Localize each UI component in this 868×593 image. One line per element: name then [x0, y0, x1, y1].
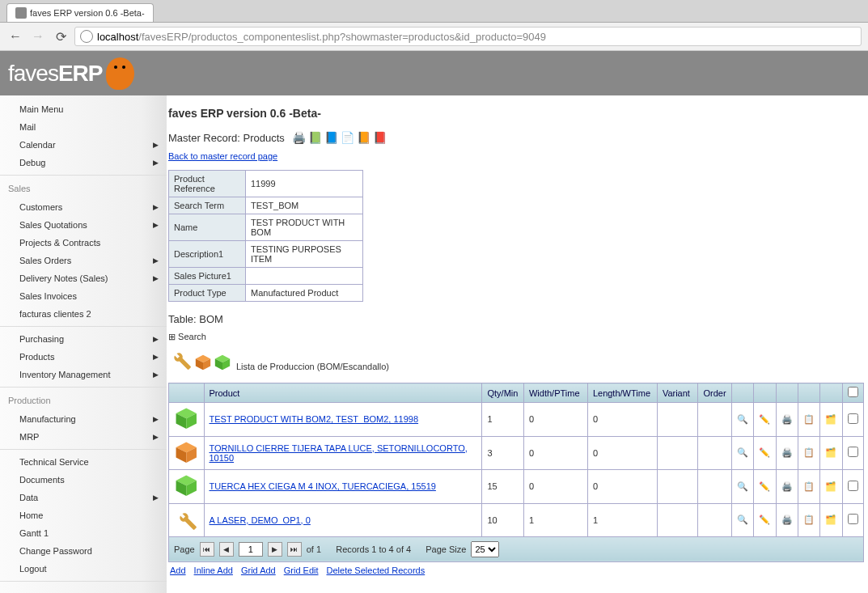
wrench-icon	[168, 347, 193, 371]
bom-header[interactable]	[169, 383, 205, 403]
menu-item-calendar[interactable]: Calendar▶	[0, 136, 167, 154]
reload-button[interactable]: ⟳	[52, 28, 70, 45]
menu-item-purchasing[interactable]: Purchasing▶	[0, 330, 167, 348]
menu-item-facturas-clientes-2[interactable]: facturas clientes 2	[0, 305, 167, 323]
view-icon[interactable]: 🔍	[737, 481, 748, 491]
product-link[interactable]: TEST PRODUCT WITH BOM2, TEST_BOM2, 11998	[210, 414, 419, 424]
wrench-icon	[174, 523, 198, 533]
menu-item-data[interactable]: Data▶	[0, 489, 167, 506]
bom-header[interactable]: Variant	[657, 383, 698, 403]
row-checkbox[interactable]	[848, 413, 858, 424]
menu-item-customers[interactable]: Customers▶	[0, 198, 167, 216]
page-size-select[interactable]: 25	[471, 541, 499, 557]
menu-item-technical-service[interactable]: Technical Service	[0, 453, 167, 471]
copy-icon[interactable]: 📋	[803, 515, 815, 524]
grid-add-link[interactable]: Grid Add	[241, 565, 276, 575]
view-icon[interactable]: 🔍	[737, 447, 748, 457]
xml-icon[interactable]: 📙	[356, 129, 372, 146]
main-content: faves ERP version 0.6 -Beta- Master Reco…	[167, 51, 868, 593]
master-record-label: Master Record: Products	[168, 132, 285, 144]
edit-icon[interactable]: ✏️	[759, 414, 770, 424]
menu-group-sales: Sales	[0, 179, 167, 198]
menu-item-sales-invoices[interactable]: Sales Invoices	[0, 287, 167, 305]
browser-tab[interactable]: faves ERP version 0.6 -Beta-	[6, 3, 154, 22]
menu-item-sales-quotations[interactable]: Sales Quotations▶	[0, 216, 167, 234]
delete-selected-records-link[interactable]: Delete Selected Records	[327, 565, 426, 575]
word-icon[interactable]: 📘	[324, 129, 340, 146]
menu-item-change-password[interactable]: Change Password	[0, 542, 167, 560]
grid-edit-link[interactable]: Grid Edit	[284, 565, 319, 575]
browser-toolbar: ← → ⟳ localhost/favesERP/productos_compo…	[0, 23, 868, 51]
view-icon[interactable]: 🔍	[737, 414, 748, 424]
menu-item-products[interactable]: Products▶	[0, 348, 167, 366]
bom-header[interactable]: Width/PTime	[523, 383, 587, 403]
csv-icon[interactable]: 📄	[340, 129, 356, 146]
add-link[interactable]: Add	[170, 565, 186, 575]
delete-icon[interactable]: 🗂️	[825, 414, 836, 424]
url-host: localhost	[97, 31, 138, 43]
prev-page-button[interactable]: ◀	[219, 542, 234, 557]
print-icon[interactable]: 🖨️	[781, 481, 793, 491]
record-value: 11999	[246, 171, 363, 197]
page-input[interactable]	[239, 542, 263, 557]
menu-item-delivery-notes-sales-[interactable]: Delivery Notes (Sales)▶	[0, 269, 167, 287]
row-checkbox[interactable]	[848, 447, 858, 457]
bom-header[interactable]: Qty/Min	[482, 383, 524, 403]
delete-icon[interactable]: 🗂️	[825, 447, 836, 457]
url-bar[interactable]: localhost/favesERP/productos_componentes…	[74, 27, 862, 46]
product-link[interactable]: A LASER, DEMO_OP1, 0	[210, 515, 311, 525]
bom-header[interactable]: Product	[204, 383, 482, 403]
copy-icon[interactable]: 📋	[803, 481, 815, 491]
record-value: TEST_BOM	[246, 197, 363, 214]
copy-icon[interactable]: 📋	[803, 414, 815, 424]
menu-item-projects-contracts[interactable]: Projects & Contracts	[0, 234, 167, 252]
forward-button[interactable]: →	[29, 28, 47, 45]
back-button[interactable]: ←	[6, 28, 24, 45]
view-icon[interactable]: 🔍	[737, 515, 748, 524]
chevron-right-icon: ▶	[153, 141, 159, 149]
bom-header-action	[798, 383, 819, 403]
menu-item-home[interactable]: Home	[0, 506, 167, 524]
edit-icon[interactable]: ✏️	[759, 515, 770, 524]
logo: favesERP	[0, 51, 167, 95]
print-icon[interactable]: 🖨️	[781, 447, 793, 457]
product-link[interactable]: TORNILLO CIERRE TIJERA TAPA LUCE, SETORN…	[210, 443, 468, 463]
row-checkbox[interactable]	[848, 481, 858, 491]
row-checkbox[interactable]	[848, 514, 858, 524]
print-icon[interactable]: 🖨️	[781, 515, 793, 524]
print-icon[interactable]: 🖨️	[781, 414, 793, 424]
menu-item-gantt-1[interactable]: Gantt 1	[0, 524, 167, 542]
menu-item-inventory-management[interactable]: Inventory Management▶	[0, 366, 167, 383]
copy-icon[interactable]: 📋	[803, 447, 815, 457]
menu-item-main-menu[interactable]: Main Menu	[0, 100, 167, 118]
edit-icon[interactable]: ✏️	[759, 447, 770, 457]
product-link[interactable]: TUERCA HEX CIEGA M 4 INOX, TUERCACIEGA, …	[210, 481, 436, 491]
printer-icon[interactable]: 🖨️	[291, 129, 307, 146]
inline-add-link[interactable]: Inline Add	[194, 565, 233, 575]
menu-item-mail[interactable]: Mail	[0, 118, 167, 136]
menu-item-documents[interactable]: Documents	[0, 471, 167, 489]
order-cell	[698, 436, 732, 470]
excel-icon[interactable]: 📗	[307, 129, 324, 146]
last-page-button[interactable]: ⏭	[287, 542, 302, 557]
bom-header[interactable]: Order	[698, 383, 732, 403]
delete-icon[interactable]: 🗂️	[825, 515, 836, 524]
search-toggle[interactable]: Search	[168, 332, 868, 342]
edit-icon[interactable]: ✏️	[759, 481, 770, 491]
delete-icon[interactable]: 🗂️	[825, 481, 836, 491]
variant-cell	[657, 436, 698, 470]
menu-item-manufacturing[interactable]: Manufacturing▶	[0, 410, 167, 428]
back-to-master-link[interactable]: Back to master record page	[168, 151, 277, 161]
menu-item-debug[interactable]: Debug▶	[0, 154, 167, 172]
record-label: Product Reference	[169, 171, 246, 197]
pdf-icon[interactable]: 📕	[372, 129, 388, 146]
bom-header[interactable]: Length/WTime	[587, 383, 657, 403]
select-all-checkbox[interactable]	[848, 387, 858, 397]
menu-item-mrp[interactable]: MRP▶	[0, 428, 167, 446]
menu-item-logout[interactable]: Logout	[0, 560, 167, 578]
bom-row: TORNILLO CIERRE TIJERA TAPA LUCE, SETORN…	[169, 436, 864, 470]
menu-item-sales-orders[interactable]: Sales Orders▶	[0, 252, 167, 269]
first-page-button[interactable]: ⏮	[200, 542, 214, 557]
chevron-right-icon: ▶	[153, 203, 159, 211]
next-page-button[interactable]: ▶	[268, 542, 282, 557]
